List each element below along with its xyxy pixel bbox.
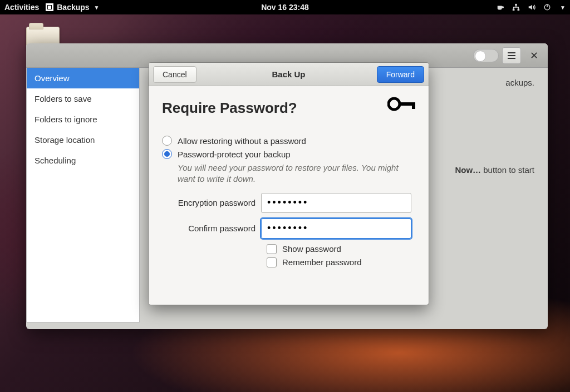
app-name: Backups bbox=[57, 3, 89, 12]
bg-text-2a: Now… bbox=[455, 165, 481, 175]
close-button[interactable]: ✕ bbox=[524, 47, 543, 64]
bg-text-1: ackups. bbox=[505, 78, 534, 87]
network-icon[interactable] bbox=[512, 3, 520, 11]
key-icon bbox=[387, 96, 416, 114]
dialog-title: Back Up bbox=[272, 70, 305, 79]
app-icon bbox=[46, 3, 53, 11]
forward-button[interactable]: Forward bbox=[377, 66, 424, 83]
auto-backup-switch[interactable] bbox=[473, 49, 499, 62]
bg-text-2b: button to start bbox=[481, 165, 534, 175]
svg-rect-2 bbox=[518, 9, 520, 11]
svg-rect-7 bbox=[412, 102, 415, 109]
hamburger-menu-button[interactable] bbox=[502, 47, 521, 64]
sidebar-item-scheduling[interactable]: Scheduling bbox=[27, 150, 139, 171]
coffee-icon[interactable] bbox=[497, 3, 504, 11]
chevron-down-icon: ▼ bbox=[94, 4, 100, 11]
cancel-button[interactable]: Cancel bbox=[153, 66, 196, 83]
dialog-heading: Require Password? bbox=[162, 100, 415, 117]
checkbox-icon bbox=[267, 244, 277, 254]
checkbox-icon bbox=[267, 257, 277, 267]
show-password-checkbox[interactable]: Show password bbox=[267, 244, 415, 254]
app-menu[interactable]: Backups ▼ bbox=[46, 3, 99, 12]
svg-rect-0 bbox=[515, 4, 517, 6]
system-menu-chevron-icon[interactable]: ▼ bbox=[560, 4, 566, 11]
sidebar-item-storage[interactable]: Storage location bbox=[27, 130, 139, 150]
checkbox-label: Show password bbox=[282, 244, 341, 254]
activities-button[interactable]: Activities bbox=[4, 3, 39, 12]
encryption-password-input[interactable] bbox=[261, 193, 411, 213]
radio-password-protect[interactable]: Password-protect your backup bbox=[162, 149, 415, 159]
sidebar-item-folders-ignore[interactable]: Folders to ignore bbox=[27, 109, 139, 130]
clock[interactable]: Nov 16 23:48 bbox=[261, 3, 309, 12]
password-note: You will need your password to restore y… bbox=[178, 162, 415, 185]
backup-dialog: Cancel Back Up Forward Require Password?… bbox=[149, 63, 429, 305]
confirm-password-input[interactable] bbox=[261, 219, 411, 239]
confirm-password-label: Confirm password bbox=[162, 224, 261, 233]
settings-sidebar: Overview Folders to save Folders to igno… bbox=[26, 68, 140, 322]
radio-icon-selected bbox=[162, 149, 172, 159]
encryption-password-label: Encryption password bbox=[162, 198, 261, 207]
volume-icon[interactable] bbox=[528, 3, 535, 11]
sidebar-item-overview[interactable]: Overview bbox=[27, 68, 139, 88]
dialog-headerbar: Cancel Back Up Forward bbox=[149, 63, 429, 86]
svg-point-5 bbox=[389, 98, 400, 110]
power-icon[interactable] bbox=[543, 3, 551, 11]
radio-label: Allow restoring without a password bbox=[178, 136, 306, 146]
remember-password-checkbox[interactable]: Remember password bbox=[267, 257, 415, 267]
checkbox-label: Remember password bbox=[282, 257, 362, 267]
gnome-topbar: Activities Backups ▼ Nov 16 23:48 ▼ bbox=[0, 0, 570, 14]
radio-allow-restore[interactable]: Allow restoring without a password bbox=[162, 136, 415, 146]
svg-rect-1 bbox=[513, 9, 515, 11]
sidebar-item-folders-save[interactable]: Folders to save bbox=[27, 88, 139, 109]
radio-icon bbox=[162, 136, 172, 146]
radio-label: Password-protect your backup bbox=[178, 150, 291, 159]
